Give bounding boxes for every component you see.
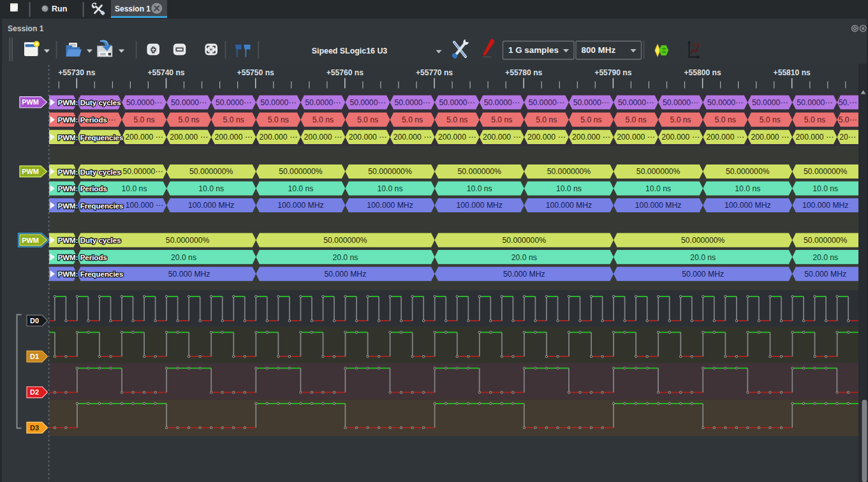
svg-text:200.000 ⋯: 200.000 ⋯ xyxy=(706,133,744,142)
svg-text:50.000000%: 50.000000% xyxy=(503,236,547,245)
svg-text:Session 1: Session 1 xyxy=(115,4,151,13)
svg-text:50.000 MHz: 50.000 MHz xyxy=(325,270,367,279)
svg-text:200.000 ⋯: 200.000 ⋯ xyxy=(349,133,387,142)
svg-text:PWM: Frequencies: PWM: Frequencies xyxy=(58,202,124,210)
svg-text:200.000 ⋯: 200.000 ⋯ xyxy=(214,133,253,142)
svg-text:PWM: Periods: PWM: Periods xyxy=(58,116,107,124)
svg-text:+55750 ns: +55750 ns xyxy=(237,68,274,77)
svg-text:50.0000⋯: 50.0000⋯ xyxy=(171,98,207,107)
svg-text:50.000000%: 50.000000% xyxy=(457,167,501,176)
svg-text:10.0 ns: 10.0 ns xyxy=(198,184,224,193)
svg-text:+55810 ns: +55810 ns xyxy=(774,68,811,77)
svg-text:10.0 ns: 10.0 ns xyxy=(556,184,582,193)
svg-text:5.0 ns: 5.0 ns xyxy=(760,115,781,124)
svg-text:5.0 ns: 5.0 ns xyxy=(133,115,154,124)
svg-text:200.000 ⋯: 200.000 ⋯ xyxy=(438,133,476,142)
svg-text:50.0000⋯: 50.0000⋯ xyxy=(618,98,654,107)
svg-text:PWM: Periods: PWM: Periods xyxy=(58,254,107,261)
svg-text:5.0 ns: 5.0 ns xyxy=(357,115,378,124)
svg-text:200.000 ⋯: 200.000 ⋯ xyxy=(170,133,208,142)
svg-text:50.⋯: 50.⋯ xyxy=(839,98,857,107)
svg-text:50.0000⋯: 50.0000⋯ xyxy=(260,98,296,107)
svg-text:+55730 ns: +55730 ns xyxy=(58,68,95,77)
svg-text:50.000000%: 50.000000% xyxy=(189,167,233,176)
svg-text:200.000 ⋯: 200.000 ⋯ xyxy=(751,133,789,142)
svg-text:50.000000%: 50.000000% xyxy=(547,167,591,176)
svg-text:50.0000⋯: 50.0000⋯ xyxy=(439,98,475,107)
svg-text:10.0 ns: 10.0 ns xyxy=(122,184,147,193)
svg-text:50.000 MHz: 50.000 MHz xyxy=(804,270,846,279)
svg-text:50.0000⋯: 50.0000⋯ xyxy=(484,98,520,107)
svg-text:200.000 ⋯: 200.000 ⋯ xyxy=(661,133,700,142)
svg-text:200.000 ⋯: 200.000 ⋯ xyxy=(572,133,610,142)
svg-text:5.0 ns: 5.0 ns xyxy=(178,115,199,124)
svg-text:+55740 ns: +55740 ns xyxy=(147,68,184,77)
svg-text:50.0000⋯: 50.0000⋯ xyxy=(126,98,162,107)
svg-text:50.00000⋯: 50.00000⋯ xyxy=(122,167,163,176)
svg-text:50.000 MHz: 50.000 MHz xyxy=(168,270,210,279)
svg-text:50.000000%: 50.000000% xyxy=(681,236,725,245)
svg-text:PWM: Duty cycles: PWM: Duty cycles xyxy=(58,99,121,106)
svg-text:200.000 ⋯: 200.000 ⋯ xyxy=(796,133,834,142)
svg-text:D3: D3 xyxy=(30,424,39,432)
svg-text:200.000 ⋯: 200.000 ⋯ xyxy=(527,133,566,142)
svg-text:1 G samples: 1 G samples xyxy=(508,45,559,55)
svg-text:50.000000%: 50.000000% xyxy=(166,236,210,245)
svg-text:+55790 ns: +55790 ns xyxy=(594,68,631,77)
svg-text:5.0 ns: 5.0 ns xyxy=(536,115,557,124)
svg-text:50.0000⋯: 50.0000⋯ xyxy=(707,98,743,107)
svg-text:Sipeed SLogic16 U3: Sipeed SLogic16 U3 xyxy=(312,47,388,55)
svg-text:20.0 ns: 20.0 ns xyxy=(171,253,196,262)
svg-text:D2: D2 xyxy=(30,388,39,396)
svg-text:5.0 ns: 5.0 ns xyxy=(580,115,601,124)
svg-text:200.000 ⋯: 200.000 ⋯ xyxy=(483,133,521,142)
svg-text:D1: D1 xyxy=(30,353,39,360)
svg-text:20.0 ns: 20.0 ns xyxy=(813,253,838,262)
svg-text:100.000 MHz: 100.000 MHz xyxy=(188,201,235,210)
svg-text:PWM: Duty cycles: PWM: Duty cycles xyxy=(58,237,121,244)
svg-text:5.0 ns: 5.0 ns xyxy=(223,115,244,124)
svg-text:+55780 ns: +55780 ns xyxy=(505,68,542,77)
svg-text:200.000 ⋯: 200.000 ⋯ xyxy=(617,133,655,142)
svg-text:50.000000%: 50.000000% xyxy=(636,167,680,176)
svg-text:+55800 ns: +55800 ns xyxy=(684,68,721,77)
svg-text:10.0 ns: 10.0 ns xyxy=(813,184,838,193)
svg-text:100.000 MHz: 100.000 MHz xyxy=(456,201,503,210)
svg-text:100.000 MHz: 100.000 MHz xyxy=(277,201,324,210)
svg-text:50.000000%: 50.000000% xyxy=(279,167,323,176)
svg-text:100.000 MHz: 100.000 MHz xyxy=(546,201,592,210)
svg-text:+55770 ns: +55770 ns xyxy=(416,68,453,77)
svg-text:⋯: ⋯ xyxy=(108,115,115,124)
svg-text:200.000 ⋯: 200.000 ⋯ xyxy=(394,133,432,142)
svg-text:100.000 MHz: 100.000 MHz xyxy=(367,201,413,210)
svg-text:PWM: Periods: PWM: Periods xyxy=(58,185,107,193)
svg-text:10.0 ns: 10.0 ns xyxy=(467,184,492,193)
svg-text:100.000 MHz: 100.000 MHz xyxy=(802,201,849,210)
svg-text:5.0 ns: 5.0 ns xyxy=(670,115,691,124)
svg-text:5.0 ns: 5.0 ns xyxy=(715,115,736,124)
svg-text:50.0000⋯: 50.0000⋯ xyxy=(797,98,832,107)
svg-text:200.000 ⋯: 200.000 ⋯ xyxy=(125,133,163,142)
svg-text:50.0000⋯: 50.0000⋯ xyxy=(349,98,385,107)
svg-text:5.0 ns: 5.0 ns xyxy=(402,115,423,124)
svg-text:10.0 ns: 10.0 ns xyxy=(288,184,313,193)
svg-text:5.0 ns: 5.0 ns xyxy=(446,115,467,124)
svg-text:20.0 ns: 20.0 ns xyxy=(690,253,716,262)
svg-text:50.000000%: 50.000000% xyxy=(726,167,770,176)
svg-text:50.000 MHz: 50.000 MHz xyxy=(503,270,545,279)
svg-text:10.0 ns: 10.0 ns xyxy=(645,184,671,193)
svg-text:20⋯: 20⋯ xyxy=(839,133,856,142)
svg-text:50.000 MHz: 50.000 MHz xyxy=(682,270,724,279)
svg-text:50.000000%: 50.000000% xyxy=(368,167,412,176)
svg-text:+55760 ns: +55760 ns xyxy=(327,68,364,77)
svg-text:50.0000⋯: 50.0000⋯ xyxy=(752,98,788,107)
svg-text:Session 1: Session 1 xyxy=(8,24,44,33)
svg-text:PWM: PWM xyxy=(22,168,39,175)
svg-text:PWM: Frequencies: PWM: Frequencies xyxy=(58,270,124,278)
svg-text:f(x): f(x) xyxy=(693,42,699,47)
svg-text:800 MHz: 800 MHz xyxy=(582,45,616,55)
svg-text:50.0000⋯: 50.0000⋯ xyxy=(663,98,698,107)
svg-text:200.000 ⋯: 200.000 ⋯ xyxy=(304,133,342,142)
svg-text:D0: D0 xyxy=(30,317,39,325)
svg-text:5.0 ns: 5.0 ns xyxy=(804,115,825,124)
